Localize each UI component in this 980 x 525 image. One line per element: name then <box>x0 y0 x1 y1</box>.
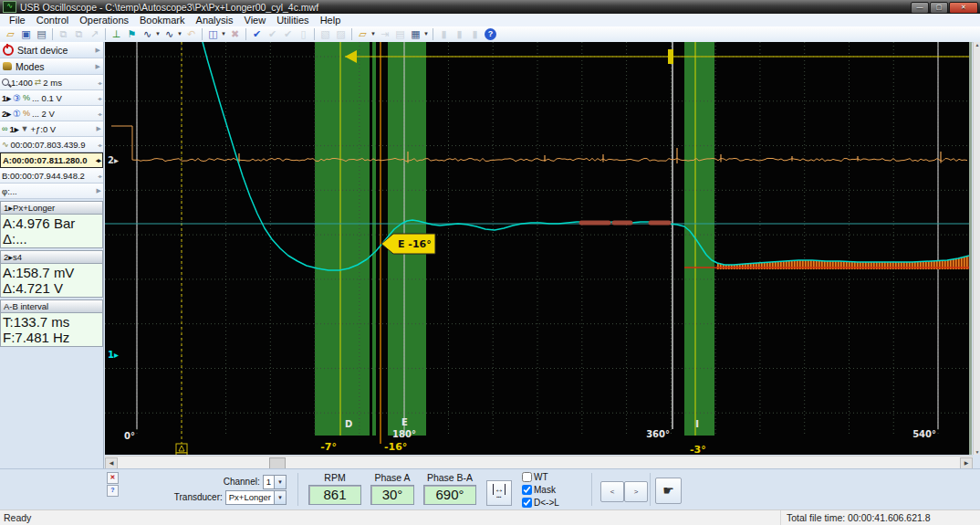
phase-a-label: Phase A <box>370 472 414 483</box>
pointer-tool-icon: ✖ <box>227 27 243 41</box>
signal-1-setup-dropdown-icon[interactable]: ▼ <box>155 27 162 41</box>
toolbar-separator <box>351 28 352 40</box>
checkbox-wt[interactable]: WT <box>522 470 559 483</box>
prev-cycle-button[interactable]: < <box>600 481 624 502</box>
open-file-icon[interactable]: ▱ <box>3 27 18 41</box>
angle-offset-label: -16° <box>384 441 407 453</box>
funnel-icon: ▼ <box>20 124 28 133</box>
channel-2-setup-row[interactable]: 2▸ ① % ... 2 V <box>0 106 103 121</box>
measure-panel-1: A:4.976 Bar Δ:... <box>0 215 103 248</box>
display-mode-dropdown-icon[interactable]: ▼ <box>221 27 227 41</box>
menu-item-utilities[interactable]: Utilities <box>271 15 314 26</box>
script-folder-icon[interactable]: ▱ <box>355 27 370 41</box>
modes-button[interactable]: Modes <box>0 58 103 75</box>
time-position-row[interactable]: ∿ 00:00:07.803.439.9 <box>0 137 103 152</box>
copy-fragment-icon: ⧉ <box>71 27 87 41</box>
panel-help-button[interactable]: ? <box>107 485 119 497</box>
start-device-button[interactable]: Start device <box>0 42 103 58</box>
checkbox-mask[interactable]: Mask <box>522 483 559 496</box>
channel-select[interactable]: 1 ▼ <box>263 475 287 489</box>
modes-label: Modes <box>16 61 45 72</box>
horizontal-scrollbar[interactable]: ◀ ▶ <box>105 456 973 468</box>
marker-flag-icon[interactable]: ⚑ <box>124 27 140 41</box>
print-icon[interactable]: ▤ <box>34 27 49 41</box>
vertical-scrollbar[interactable]: ▲ ▼ <box>973 42 980 455</box>
script-folder-dropdown-icon[interactable]: ▼ <box>370 27 377 41</box>
phase-row[interactable]: φ:... <box>0 184 103 199</box>
checkbox-input[interactable] <box>522 498 532 508</box>
menu-item-operations[interactable]: Operations <box>74 15 134 26</box>
apply-check-icon[interactable]: ✔ <box>249 27 265 41</box>
signal-2-setup-dropdown-icon[interactable]: ▼ <box>177 27 183 41</box>
export-icon: ↗ <box>87 27 102 41</box>
signal-2-setup-icon[interactable]: ∿ <box>162 27 177 41</box>
spinner-arrows[interactable] <box>98 79 101 86</box>
measure-tool-button[interactable]: ↔ ▪▪▪ <box>486 480 512 506</box>
zoom-sweep-row[interactable]: 1:400 ⇄ 2 ms <box>0 75 103 90</box>
checkbox-input[interactable] <box>522 472 532 482</box>
measure-panel-3: T:133.7 ms F:7.481 Hz <box>0 313 103 347</box>
panel-layout-dropdown-icon[interactable]: ▼ <box>423 27 430 41</box>
degree-label: 0° <box>124 431 135 441</box>
menu-item-bookmark[interactable]: Bookmark <box>134 15 191 26</box>
toolbar-separator <box>202 28 203 40</box>
display-mode-icon[interactable]: ◫ <box>205 27 221 41</box>
sweep-value: 2 ms <box>43 78 62 88</box>
trigger-marker-x[interactable] <box>176 453 187 455</box>
cursor-handle[interactable] <box>668 49 673 64</box>
start-device-label: Start device <box>17 45 68 56</box>
scroll-down-icon[interactable]: ▼ <box>974 449 980 455</box>
help-icon[interactable]: ? <box>485 28 496 40</box>
panel-close-button[interactable]: ✕ <box>107 472 119 484</box>
channel-1-setup-row[interactable]: 1▸ ③ % ... 0.1 V <box>0 90 103 106</box>
toolbar: ▱▣▤⧉⧉↗⊥⚑∿▼∿▼↶◫▼✖✔✔✔▯▧▨▱▼⇥▤▦▼▮▮▮? <box>0 26 980 43</box>
transducer-select[interactable]: Px+Longer ▼ <box>225 490 287 505</box>
channel-label: Channel: <box>224 477 260 487</box>
spinner-arrows[interactable] <box>96 157 100 164</box>
save-file-icon[interactable]: ▣ <box>18 27 34 41</box>
title-bar: ∿ USB Oscilloscope - C:\temp\Autoscope3\… <box>0 0 980 14</box>
window-2-icon: ▮ <box>452 27 467 41</box>
degree-label: D <box>345 419 352 429</box>
chevron-down-icon[interactable]: ▼ <box>274 491 286 504</box>
chevron-down-icon[interactable]: ▼ <box>274 476 286 488</box>
menu-item-analysis[interactable]: Analysis <box>191 15 239 26</box>
next-cycle-button[interactable]: > <box>624 481 648 502</box>
checkbox-input[interactable] <box>522 485 532 495</box>
divider-icon: % <box>23 109 30 118</box>
channel-zero-marker: 2▸ <box>108 155 119 165</box>
script-run-icon: ⇥ <box>377 27 392 41</box>
pan-hand-button[interactable]: ☛ <box>655 478 682 504</box>
ruler-icon[interactable]: ⊥ <box>109 27 124 41</box>
panel-layout-icon[interactable]: ▦ <box>408 27 423 41</box>
channel-1-tag: 1▸ <box>2 93 11 103</box>
menu-item-control[interactable]: Control <box>31 15 74 26</box>
event-flag-label: E -16° <box>398 238 432 250</box>
minimize-button[interactable]: — <box>911 2 929 14</box>
toolbar-separator <box>105 28 106 40</box>
degree-label: 540° <box>912 429 936 439</box>
menu-item-file[interactable]: File <box>4 15 31 26</box>
spinner-arrows[interactable] <box>98 95 101 101</box>
close-button[interactable]: ✕ <box>949 2 978 14</box>
cursor-b-row[interactable]: B:00:00:07.944.948.2 <box>0 168 103 184</box>
channel-1-range: ... 0.1 V <box>32 93 62 103</box>
chevron-right-icon <box>97 125 101 132</box>
spinner-arrows[interactable] <box>98 173 101 179</box>
spinner-arrows[interactable] <box>98 142 101 148</box>
scroll-up-icon[interactable]: ▲ <box>974 42 980 47</box>
restore-button[interactable]: ▢ <box>930 2 948 14</box>
undo-icon: ↶ <box>183 27 199 41</box>
power-icon <box>3 45 14 56</box>
signal-1-setup-icon[interactable]: ∿ <box>140 27 155 41</box>
menu-item-view[interactable]: View <box>239 15 272 26</box>
checkbox-dl[interactable]: D<->L <box>522 496 559 509</box>
trigger-row[interactable]: ∞ 1▸ ▼ +ƒ:0 V <box>0 121 103 137</box>
total-file-time: Total file time: 00:00:41.606.621.8 <box>780 510 931 525</box>
menu-item-help[interactable]: Help <box>315 15 347 26</box>
cursor-a-row[interactable]: A:00:00:07.811.280.0 <box>0 152 103 168</box>
scope-canvas[interactable]: 0°DE180°360°I540°-7°-16°-3°2▸1▸E -16° <box>105 42 972 455</box>
spinner-arrows[interactable] <box>98 110 101 117</box>
degree-label: E <box>401 417 408 427</box>
channel-selected-value: 1 <box>264 477 274 487</box>
